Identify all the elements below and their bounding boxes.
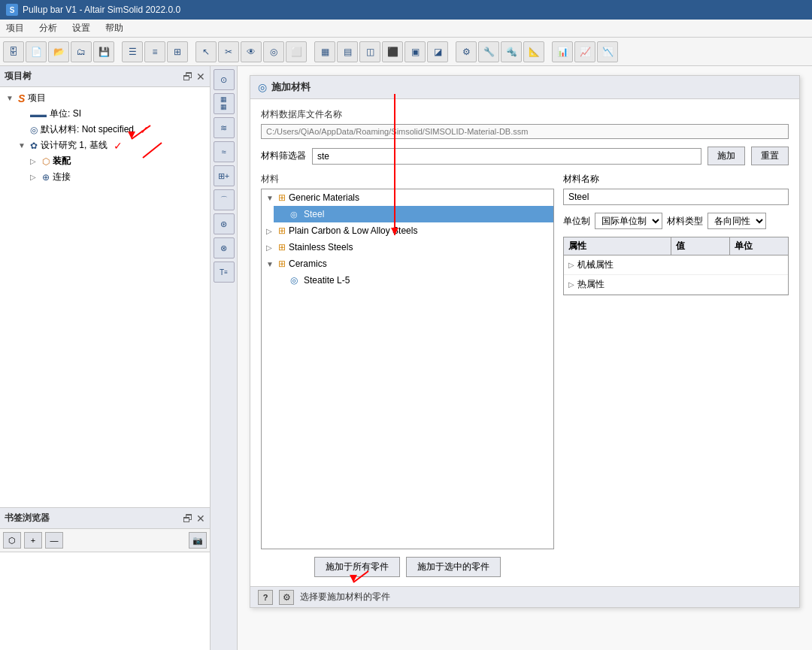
- apply-selected-btn[interactable]: 施加于选中的零件: [406, 557, 501, 577]
- list2-icon[interactable]: ≡: [144, 41, 165, 62]
- tree-item-study[interactable]: ▼ ✿ 设计研究 1, 基线 ✓: [15, 138, 207, 153]
- vt-btn9[interactable]: T≡: [214, 262, 235, 283]
- connection-icon: ⊕: [42, 172, 50, 183]
- vt-btn7[interactable]: ⊛: [214, 213, 235, 234]
- menu-analysis[interactable]: 分析: [36, 20, 60, 36]
- db-icon[interactable]: 🗄: [3, 41, 24, 62]
- mat-label-steatite: Steatite L-5: [304, 275, 350, 286]
- prop-row-thermal[interactable]: ▷ 热属性: [564, 275, 788, 295]
- unit-system-select[interactable]: 国际单位制: [595, 213, 662, 229]
- export2-icon[interactable]: 📈: [574, 41, 595, 62]
- db-path-input[interactable]: [261, 124, 789, 139]
- bookmark-toolbar: ⬡ + — 📷: [0, 529, 210, 552]
- mat-item-steel[interactable]: ◎ Steel: [274, 206, 553, 222]
- mat-type-select[interactable]: 各向同性: [707, 213, 766, 229]
- folder-icon[interactable]: 🗂: [71, 41, 92, 62]
- mat-name-input[interactable]: [563, 189, 789, 205]
- dialog-title: 施加材料: [271, 80, 311, 94]
- tool3-icon[interactable]: 🔩: [501, 41, 522, 62]
- apply-btn[interactable]: 施加: [707, 147, 745, 165]
- tree-item-default-material[interactable]: ▷ ◎ 默认材料: Not specified ✓: [15, 122, 207, 138]
- bookmark-restore-icon[interactable]: 🗗: [183, 512, 193, 525]
- save-icon[interactable]: 💾: [93, 41, 114, 62]
- panel-restore-icon[interactable]: 🗗: [183, 71, 193, 83]
- tree-item-unit[interactable]: ▷ ▬▬ 单位: SI: [15, 106, 207, 122]
- bookmark-close-icon[interactable]: ✕: [196, 512, 205, 525]
- material-icon: ◎: [30, 125, 38, 135]
- apply-all-btn[interactable]: 施加于所有零件: [314, 557, 400, 577]
- export1-icon[interactable]: 📊: [552, 41, 573, 62]
- tool1-icon[interactable]: ⚙: [456, 41, 477, 62]
- eye-icon[interactable]: 👁: [241, 41, 262, 62]
- export3-icon[interactable]: 📉: [597, 41, 618, 62]
- dialog-header: ◎ 施加材料: [250, 76, 799, 99]
- shape1-icon[interactable]: ▦: [314, 41, 335, 62]
- toolbar-group-tools: ⚙ 🔧 🔩 📐: [456, 41, 544, 62]
- prop-header-val: 值: [671, 237, 730, 255]
- bm-delete-btn[interactable]: —: [45, 532, 63, 549]
- reset-btn[interactable]: 重置: [751, 147, 789, 165]
- tree-arrow-project: ▼: [6, 94, 15, 102]
- shape6-icon[interactable]: ◪: [427, 41, 448, 62]
- shape5-icon[interactable]: ▣: [404, 41, 426, 62]
- mat-group-icon-stainless: ⊞: [278, 242, 286, 252]
- menu-project[interactable]: 项目: [3, 20, 27, 36]
- list-icon[interactable]: ☰: [122, 41, 143, 62]
- app-title: Pullup bar V1 - Altair SimSolid 2022.0.0: [23, 5, 180, 15]
- bm-add-btn[interactable]: +: [24, 532, 42, 549]
- bm-restore-btn[interactable]: ⬡: [3, 532, 21, 549]
- shape3-icon[interactable]: ◫: [359, 41, 380, 62]
- project-s-icon: S: [18, 92, 25, 104]
- mat-arrow-generic: ▼: [266, 194, 275, 202]
- vt-btn2[interactable]: ▦▦: [214, 93, 235, 114]
- tree-arrow-assembly: ▷: [30, 157, 39, 165]
- thermal-expand-arrow: ▷: [568, 280, 574, 289]
- filter-input[interactable]: [312, 148, 701, 165]
- shape4-icon[interactable]: ⬛: [382, 41, 403, 62]
- menu-settings[interactable]: 设置: [69, 20, 93, 36]
- mat-group-plain-carbon[interactable]: ▷ ⊞ Plain Carbon & Low Alloy Steels: [262, 222, 553, 239]
- prop-mech-label: 机械属性: [577, 258, 614, 271]
- mat-group-generic[interactable]: ▼ ⊞ Generic Materials: [262, 189, 553, 206]
- bm-camera-btn[interactable]: 📷: [189, 532, 207, 549]
- tree-item-assembly[interactable]: ▷ ⬡ 装配: [27, 153, 207, 169]
- new-icon[interactable]: 📄: [26, 41, 47, 62]
- tree-item-project[interactable]: ▼ S 项目: [3, 90, 207, 106]
- mat-group-stainless[interactable]: ▷ ⊞ Stainless Steels: [262, 239, 553, 255]
- measure-icon[interactable]: 📐: [523, 41, 544, 62]
- material-tree: ▼ ⊞ Generic Materials ◎ Steel: [261, 189, 554, 549]
- db-path-row: 材料数据库文件名称: [261, 108, 789, 139]
- panel-close-icon[interactable]: ✕: [196, 71, 205, 83]
- prop-label-thermal: ▷ 热属性: [564, 275, 788, 294]
- toolbar-group-file: 🗄 📄 📂 🗂 💾: [3, 41, 114, 62]
- tool2-icon[interactable]: 🔧: [478, 41, 499, 62]
- grid-icon[interactable]: ⊞: [167, 41, 188, 62]
- footer-help-btn[interactable]: ?: [258, 590, 273, 605]
- unit-system-row: 单位制 国际单位制 材料类型 各向同性: [563, 213, 789, 229]
- mat-group-ceramics[interactable]: ▼ ⊞ Ceramics: [262, 255, 553, 272]
- vertical-toolbar: ⊙ ▦▦ ≋ ≈ ⊞+ ⌒ ⊛ ⊗ T≡: [211, 66, 238, 650]
- footer-gear-btn[interactable]: ⚙: [279, 590, 294, 605]
- bookmark-content: [0, 552, 210, 650]
- footer-status-text: 选择要施加材料的零件: [300, 591, 390, 603]
- material-tree-col: 材料 ▼ ⊞ Generic Materials ◎: [261, 173, 554, 577]
- vt-btn1[interactable]: ⊙: [214, 69, 235, 90]
- open-icon[interactable]: 📂: [48, 41, 69, 62]
- bottom-btn-bar: 施加于所有零件 施加于选中的零件: [261, 557, 554, 577]
- tree-label-connection: 连接: [53, 171, 71, 183]
- cursor-icon[interactable]: ↖: [195, 41, 217, 62]
- box-icon[interactable]: ⬜: [286, 41, 307, 62]
- menu-help[interactable]: 帮助: [102, 20, 126, 36]
- prop-row-mechanical[interactable]: ▷ 机械属性: [564, 255, 788, 275]
- vt-btn6[interactable]: ⌒: [214, 189, 235, 210]
- select-icon[interactable]: ✂: [218, 41, 239, 62]
- shape2-icon[interactable]: ▤: [337, 41, 358, 62]
- material-col-header: 材料: [261, 173, 554, 186]
- vt-btn8[interactable]: ⊗: [214, 237, 235, 258]
- vt-btn3[interactable]: ≋: [214, 117, 235, 138]
- vt-btn4[interactable]: ≈: [214, 141, 235, 162]
- tree-item-connection[interactable]: ▷ ⊕ 连接: [27, 169, 207, 185]
- mat-item-steatite[interactable]: ◎ Steatite L-5: [274, 272, 553, 289]
- eye2-icon[interactable]: ◎: [263, 41, 284, 62]
- vt-btn5[interactable]: ⊞+: [214, 165, 235, 186]
